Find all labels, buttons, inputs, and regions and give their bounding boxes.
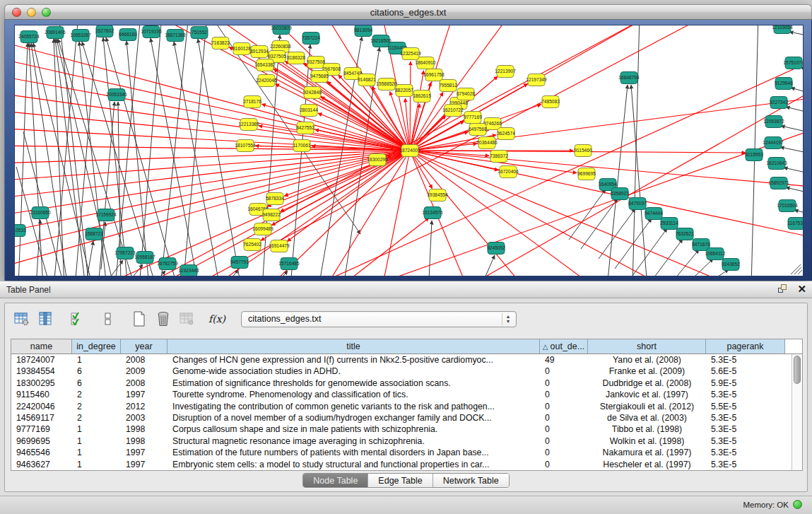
- network-node[interactable]: 9474444: [645, 208, 663, 220]
- network-node[interactable]: 15134576: [422, 207, 443, 219]
- network-node-selected[interactable]: 20364486: [476, 137, 498, 149]
- red-edge[interactable]: [15, 40, 410, 151]
- black-edge[interactable]: [630, 228, 667, 276]
- network-node-selected[interactable]: 7625402: [243, 239, 261, 251]
- network-node-selected[interactable]: 7955812: [439, 80, 457, 92]
- network-node[interactable]: 9245052: [487, 243, 505, 255]
- network-node[interactable]: 1588723: [85, 228, 103, 240]
- select-all-rows-button[interactable]: [67, 308, 87, 329]
- network-node[interactable]: 9227343: [770, 97, 788, 109]
- network-node[interactable]: 751552: [191, 27, 208, 39]
- red-edge[interactable]: [281, 151, 410, 211]
- network-node[interactable]: 7357224: [302, 33, 320, 45]
- black-edge[interactable]: [662, 250, 699, 276]
- network-node-selected[interactable]: 12213907: [495, 66, 516, 78]
- network-node[interactable]: 15892971: [768, 177, 789, 189]
- network-node-selected[interactable]: 15588520: [376, 78, 397, 90]
- network-node-selected[interactable]: 1862615: [413, 90, 431, 103]
- canvas-resize-grip-icon[interactable]: [798, 270, 802, 274]
- network-node-selected[interactable]: 16914479: [269, 240, 290, 252]
- network-node[interactable]: 8813054: [354, 25, 372, 37]
- network-node-selected[interactable]: 16720404: [498, 166, 519, 178]
- network-node-selected[interactable]: 8427552: [296, 122, 314, 134]
- network-node-selected[interactable]: 18724007: [399, 145, 420, 157]
- network-node[interactable]: 10958187: [134, 252, 155, 264]
- network-node-selected[interactable]: 12213389: [238, 119, 259, 131]
- network-node-selected[interactable]: 9699695: [577, 168, 596, 180]
- tab-edge-table[interactable]: Edge Table: [368, 474, 433, 487]
- network-node-selected[interactable]: 8912934: [250, 46, 269, 58]
- network-node-selected[interactable]: 7163822: [211, 37, 230, 49]
- table-scrollbar[interactable]: [792, 354, 802, 470]
- table-row[interactable]: 911546021997Tourette syndrome. Phenomeno…: [11, 389, 792, 400]
- network-node[interactable]: 16782759: [157, 258, 178, 270]
- network-node-selected[interactable]: 12197349: [526, 74, 547, 86]
- black-edge[interactable]: [692, 269, 729, 276]
- table-row[interactable]: 946554611997Estimation of the future num…: [11, 447, 792, 458]
- black-edge[interactable]: [786, 107, 804, 117]
- network-node-selected[interactable]: 2718176: [243, 96, 261, 108]
- network-node[interactable]: 17159924: [95, 209, 117, 221]
- network-node[interactable]: 23160650: [30, 207, 51, 219]
- black-edge[interactable]: [646, 239, 683, 276]
- network-node[interactable]: 9243652: [722, 259, 740, 271]
- network-node-selected[interactable]: 16210722: [442, 105, 464, 117]
- column-header-pagerank[interactable]: pagerank: [706, 339, 785, 354]
- scrollbar-thumb[interactable]: [794, 356, 801, 384]
- black-edge[interactable]: [801, 67, 804, 78]
- network-node-selected[interactable]: 2803144: [300, 105, 318, 117]
- black-edge[interactable]: [86, 241, 93, 276]
- network-node[interactable]: 15751074: [783, 57, 804, 69]
- new-table-button[interactable]: [129, 308, 149, 329]
- black-edge[interactable]: [146, 271, 165, 276]
- network-node[interactable]: 16033809: [271, 25, 292, 35]
- network-node[interactable]: 15716485: [278, 258, 300, 270]
- network-node-selected[interactable]: 7485083: [541, 96, 560, 108]
- table-row[interactable]: 1830029562008Estimation of significance …: [11, 378, 792, 389]
- canvas-resize-grip-icon[interactable]: [794, 267, 801, 274]
- column-header-out-de-[interactable]: △out_de...: [540, 339, 588, 354]
- black-edge[interactable]: [428, 221, 432, 276]
- column-header-in-degree[interactable]: in_degree: [72, 339, 121, 354]
- black-edge[interactable]: [781, 126, 804, 136]
- network-node[interactable]: 9457791: [230, 257, 249, 269]
- network-node-selected[interactable]: 18300295: [367, 154, 388, 166]
- show-column-button[interactable]: [36, 308, 56, 329]
- network-node[interactable]: 12444197: [763, 137, 784, 149]
- black-edge[interactable]: [676, 259, 713, 276]
- tab-network-table[interactable]: Network Table: [433, 474, 509, 487]
- delete-table-button[interactable]: [153, 308, 173, 329]
- table-row[interactable]: 1456911722003Disruption of a novel membe…: [11, 412, 792, 424]
- black-edge[interactable]: [784, 168, 804, 177]
- network-node-selected[interactable]: 16099489: [252, 223, 273, 235]
- black-edge[interactable]: [36, 220, 40, 276]
- network-node-selected[interactable]: 8160128: [233, 43, 251, 55]
- black-edge[interactable]: [174, 42, 220, 276]
- black-edge[interactable]: [103, 37, 128, 276]
- table-row[interactable]: 2242004622012Investigating the contribut…: [11, 401, 792, 412]
- window-titlebar[interactable]: citations_edges.txt: [4, 4, 812, 20]
- black-edge[interactable]: [104, 260, 123, 276]
- network-canvas[interactable]: 2405572420691406106532871527602646616010…: [14, 25, 804, 276]
- red-edge[interactable]: [410, 62, 411, 151]
- black-edge[interactable]: [786, 187, 804, 197]
- network-node[interactable]: 17016504: [777, 200, 798, 212]
- network-node[interactable]: 7632621: [676, 228, 694, 240]
- red-edge[interactable]: [410, 151, 665, 276]
- table-row[interactable]: 1872400712008Changes of HCN gene express…: [11, 354, 792, 366]
- network-node-selected[interactable]: 5878334: [266, 193, 284, 205]
- black-edge[interactable]: [18, 43, 28, 276]
- network-node[interactable]: 9810533: [15, 225, 26, 237]
- network-node[interactable]: 8358923: [611, 188, 629, 200]
- red-edge[interactable]: [410, 151, 736, 276]
- table-row[interactable]: 969969511998Structural magnetic resonanc…: [11, 436, 792, 447]
- network-node[interactable]: 10654112: [705, 248, 726, 260]
- network-node[interactable]: 1167533: [787, 218, 804, 230]
- network-node-selected[interactable]: 3624574: [497, 128, 515, 140]
- table-row[interactable]: 1938455462009Genome-wide association stu…: [11, 366, 792, 377]
- network-node[interactable]: 17957223: [114, 247, 136, 259]
- network-node[interactable]: 10719195: [141, 26, 162, 38]
- network-node[interactable]: 16210643: [766, 158, 787, 170]
- network-node[interactable]: 16648794: [618, 72, 640, 84]
- table-select-dropdown[interactable]: citations_edges.txt ▲▼: [241, 311, 517, 327]
